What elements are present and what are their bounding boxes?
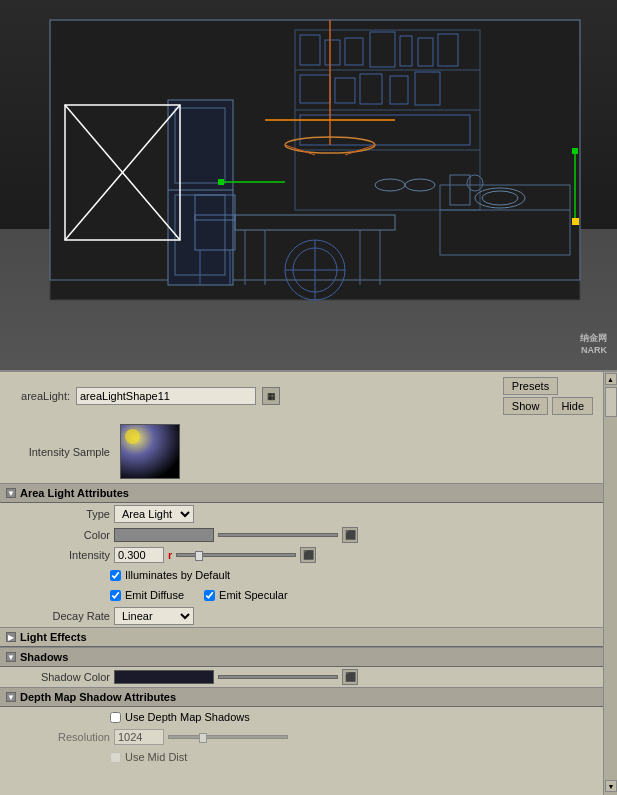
illuminates-label: Illuminates by Default [125,569,230,581]
use-depth-map-row: Use Depth Map Shadows [0,707,603,727]
section-depth-map-header[interactable]: ▼ Depth Map Shadow Attributes [0,687,603,707]
intensity-picker-btn[interactable]: ⬛ [300,547,316,563]
map-icon[interactable]: ▦ [262,387,280,405]
svg-rect-72 [572,218,579,225]
use-depth-map-checkbox[interactable] [110,712,121,723]
emit-row: Emit Diffuse Emit Specular [0,585,603,605]
shadow-color-label: Shadow Color [10,671,110,683]
area-light-input[interactable] [76,387,256,405]
scroll-thumb[interactable] [605,387,617,417]
header-buttons: Presets Show Hide [503,377,593,415]
intensity-label: Intensity [10,549,110,561]
intensity-sample-label: Intensity Sample [10,446,110,458]
use-mid-dist-label: Use Mid Dist [110,750,187,764]
decay-rate-dropdown[interactable]: Linear No Decay Quadratic Cubic [114,607,194,625]
shadows-content: Shadow Color ⬛ [0,667,603,687]
emit-specular-text: Emit Specular [219,589,287,601]
color-label: Color [10,529,110,541]
section-shadows-title: Shadows [20,651,68,663]
color-picker-btn[interactable]: ⬛ [342,527,358,543]
section-light-effects-header[interactable]: ▶ Light Effects [0,627,603,647]
color-slider[interactable] [218,533,338,537]
scroll-down-arrow[interactable]: ▼ [605,780,617,792]
intensity-slider[interactable] [176,553,296,557]
intensity-input[interactable] [114,547,164,563]
show-button[interactable]: Show [503,397,549,415]
hide-button[interactable]: Hide [552,397,593,415]
shadow-color-picker-btn[interactable]: ⬛ [342,669,358,685]
resolution-input[interactable] [114,729,164,745]
illuminates-checkbox[interactable] [110,570,121,581]
collapse-arrow-area-light[interactable]: ▼ [6,488,16,498]
shadow-color-row: Shadow Color ⬛ [0,667,603,687]
use-depth-map-label: Use Depth Map Shadows [110,710,250,724]
emit-diffuse-text: Emit Diffuse [125,589,184,601]
resolution-label: Resolution [10,731,110,743]
depth-map-content: Use Depth Map Shadows Resolution Use Mid… [0,707,603,767]
prop-header: areaLight: ▦ Presets Show Hide [0,372,603,420]
section-area-light-header[interactable]: ▼ Area Light Attributes [0,483,603,503]
emit-specular-checkbox[interactable] [204,590,215,601]
type-row: Type Area Light Spot Light Point Light D… [0,503,603,525]
section-depth-map-title: Depth Map Shadow Attributes [20,691,176,703]
illuminates-checkbox-label: Illuminates by Default [110,568,230,582]
type-dropdown[interactable]: Area Light Spot Light Point Light Direct… [114,505,194,523]
use-depth-map-text: Use Depth Map Shadows [125,711,250,723]
decay-rate-label: Decay Rate [10,610,110,622]
svg-rect-71 [572,148,578,154]
use-mid-dist-row: Use Mid Dist [0,747,603,767]
section-area-light-title: Area Light Attributes [20,487,129,499]
emit-specular-label: Emit Specular [204,588,287,602]
collapse-arrow-shadows[interactable]: ▼ [6,652,16,662]
collapse-arrow-depth-map[interactable]: ▼ [6,692,16,702]
illuminates-row: Illuminates by Default [0,565,603,585]
color-swatch[interactable] [114,528,214,542]
scene-svg [0,0,617,370]
resolution-row: Resolution [0,727,603,747]
viewport-canvas: 火星时代 www.hasd.com [0,0,617,370]
collapse-arrow-light-effects[interactable]: ▶ [6,632,16,642]
area-light-label: areaLight: [10,390,70,402]
presets-button[interactable]: Presets [503,377,558,395]
color-row: Color ⬛ [0,525,603,545]
use-mid-dist-text: Use Mid Dist [125,751,187,763]
watermark-bottom: 纳金网 NARK [580,332,607,355]
shadow-color-swatch[interactable] [114,670,214,684]
section-shadows-header[interactable]: ▼ Shadows [0,647,603,667]
properties-panel: areaLight: ▦ Presets Show Hide Intensity… [0,370,617,795]
area-light-attributes: Type Area Light Spot Light Point Light D… [0,503,603,627]
shadow-color-slider[interactable] [218,675,338,679]
svg-rect-69 [218,179,224,185]
emit-diffuse-label: Emit Diffuse [110,588,184,602]
scroll-up-arrow[interactable]: ▲ [605,373,617,385]
intensity-swatch [120,424,180,479]
scrollbar[interactable]: ▲ ▼ [603,372,617,795]
viewport: 火星时代 www.hasd.com [0,0,617,370]
intensity-row: Intensity r ⬛ [0,545,603,565]
intensity-sample-row: Intensity Sample [0,420,603,483]
resolution-slider[interactable] [168,735,288,739]
emit-diffuse-checkbox[interactable] [110,590,121,601]
type-label: Type [10,508,110,520]
section-light-effects-title: Light Effects [20,631,87,643]
use-mid-dist-checkbox[interactable] [110,752,121,763]
r-indicator: r [168,549,172,561]
decay-rate-row: Decay Rate Linear No Decay Quadratic Cub… [0,605,603,627]
